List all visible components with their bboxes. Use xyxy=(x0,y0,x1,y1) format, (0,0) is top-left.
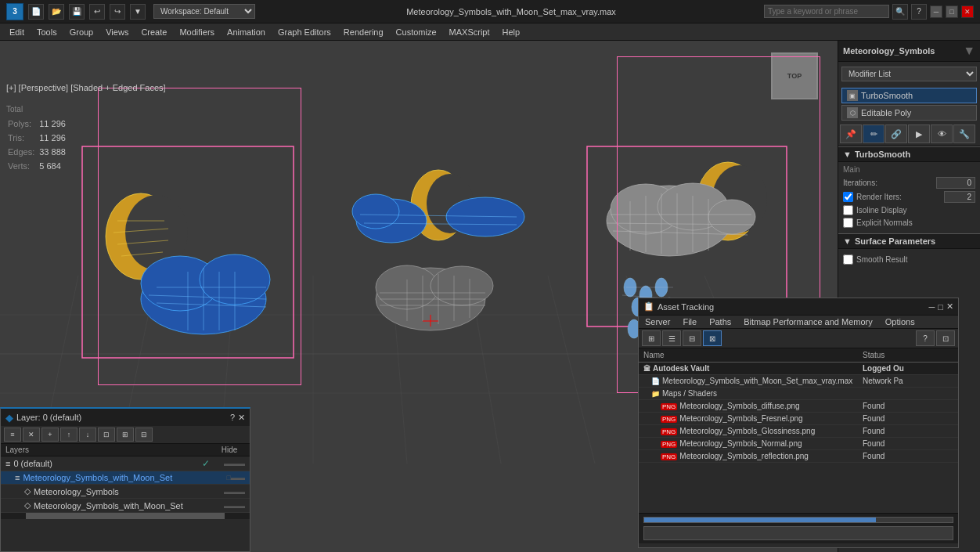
pin-icon[interactable]: 📌 xyxy=(840,124,862,143)
motion-icon[interactable]: ▶ xyxy=(908,124,930,143)
layer-scrollbar[interactable] xyxy=(1,513,250,519)
asset-menu-paths[interactable]: Paths xyxy=(703,316,737,328)
asset-path-input[interactable] xyxy=(643,526,953,540)
asset-row-max-file[interactable]: 📄Meteorology_Symbols_with_Moon_Set_max_v… xyxy=(639,375,958,388)
smooth-result-checkbox[interactable] xyxy=(843,254,853,265)
undo-btn[interactable]: ↩ xyxy=(89,4,105,20)
col-name[interactable]: Name xyxy=(639,348,858,363)
render-iters-checkbox[interactable] xyxy=(843,192,853,202)
asset-menu-server[interactable]: Server xyxy=(639,316,676,328)
layer-help-btn[interactable]: ? xyxy=(230,413,235,423)
save-file-btn[interactable]: 💾 xyxy=(69,4,85,20)
menu-edit[interactable]: Edit xyxy=(3,26,31,38)
asset-tool-list[interactable]: ☰ xyxy=(662,330,681,346)
render-iters-row: Render Iters: xyxy=(843,191,975,203)
asset-maximize-btn[interactable]: □ xyxy=(938,301,943,312)
layer-table-header: Layers Hide xyxy=(1,444,250,456)
menu-tools[interactable]: Tools xyxy=(31,26,63,38)
iterations-input[interactable] xyxy=(936,177,975,189)
asset-row-vault[interactable]: 🏛Autodesk Vault Logged Ou xyxy=(639,363,958,375)
asset-menu-file[interactable]: File xyxy=(676,316,703,328)
asset-menu-options[interactable]: Options xyxy=(879,316,921,328)
workspace-dropdown[interactable]: Workspace: Default xyxy=(153,4,255,19)
mod-turbosmooth-icon: ▣ xyxy=(847,90,858,101)
layer-tool-merge[interactable]: ⊟ xyxy=(135,428,153,442)
cube-face-top[interactable]: TOP xyxy=(771,52,818,99)
layer-toolbar: ≡ ✕ + ↑ ↓ ⊡ ⊞ ⊟ xyxy=(1,426,250,444)
open-file-btn[interactable]: 📂 xyxy=(49,4,64,20)
turbosmooth-section[interactable]: ▼ TurboSmooth xyxy=(838,146,980,162)
menu-maxscript[interactable]: MAXScript xyxy=(443,26,496,38)
render-iters-input[interactable] xyxy=(944,191,975,203)
col-status[interactable]: Status xyxy=(858,348,958,363)
asset-row-fresnel[interactable]: PNGMeteorology_Symbols_Fresnel.png Found xyxy=(639,413,958,425)
asset-row-diffuse[interactable]: PNGMeteorology_Symbols_diffuse.png Found xyxy=(639,400,958,413)
asset-menu-bitmap-perf[interactable]: Bitmap Performance and Memory xyxy=(737,316,878,328)
layer-panel-controls: ? ✕ xyxy=(230,413,245,423)
layer-tool-select[interactable]: ⊡ xyxy=(98,428,115,442)
menubar: Edit Tools Group Views Create Modifiers … xyxy=(0,23,980,41)
layer-tool-move-down[interactable]: ↓ xyxy=(79,428,96,442)
asset-minimize-btn[interactable]: ─ xyxy=(929,301,935,312)
asset-table: Name Status 🏛Autodesk Vault Logged Ou 📄M… xyxy=(639,348,958,463)
menu-create[interactable]: Create xyxy=(135,26,173,38)
maximize-btn[interactable]: □ xyxy=(946,5,958,18)
close-btn[interactable]: ✕ xyxy=(961,5,974,18)
layer-tool-highlight[interactable]: ⊞ xyxy=(117,428,134,442)
layer-row-meteorology-symbols[interactable]: ◇ Meteorology_Symbols ▬▬▬ xyxy=(1,485,250,499)
new-file-btn[interactable]: 📄 xyxy=(28,4,44,20)
modify-icon[interactable]: ✏ xyxy=(863,124,885,143)
asset-tool-help[interactable]: ? xyxy=(916,330,935,346)
asset-tool-grid-sm[interactable]: ⊞ xyxy=(642,330,661,346)
surface-params-section[interactable]: ▼ Surface Parameters xyxy=(838,233,980,249)
display-icon[interactable]: 👁 xyxy=(931,124,953,143)
turbosmooth-content: Main Iterations: Render Iters: Isoline D… xyxy=(838,162,980,233)
asset-row-glossiness[interactable]: PNGMeteorology_Symbols_Glossiness.png Fo… xyxy=(639,425,958,438)
titlebar: 3 📄 📂 💾 ↩ ↪ ▼ Workspace: Default Meteoro… xyxy=(0,0,980,23)
asset-tool-expand[interactable]: ⊡ xyxy=(936,330,955,346)
hierarchy-icon[interactable]: 🔗 xyxy=(885,124,907,143)
search-btn[interactable]: 🔍 xyxy=(892,4,908,20)
asset-close-btn[interactable]: ✕ xyxy=(946,301,953,312)
navigation-cube[interactable]: TOP xyxy=(767,49,822,103)
minimize-btn[interactable]: ─ xyxy=(930,5,942,18)
modifier-editable-poly[interactable]: ⬡ Editable Poly xyxy=(841,105,977,121)
isoline-checkbox[interactable] xyxy=(843,205,853,215)
search-input[interactable] xyxy=(764,5,889,18)
asset-tool-grid-lg[interactable]: ⊟ xyxy=(683,330,701,346)
layer-panel-title: ◆ Layer: 0 (default) xyxy=(5,412,81,424)
modifier-list-area: Modifier List xyxy=(838,62,980,86)
menu-group[interactable]: Group xyxy=(63,26,100,38)
asset-panel-titlebar: 📋 Asset Tracking ─ □ ✕ xyxy=(639,298,958,316)
layer-tool-move-up[interactable]: ↑ xyxy=(60,428,77,442)
menu-help[interactable]: Help xyxy=(496,26,527,38)
help-btn[interactable]: ? xyxy=(911,4,927,20)
layer-tool-1[interactable]: ≡ xyxy=(4,428,21,442)
layer-row-default[interactable]: ≡ 0 (default) ✓ ▬▬▬ xyxy=(1,456,250,471)
more-tools-btn[interactable]: ▼ xyxy=(130,4,146,20)
layer-row-meteorology-set[interactable]: ≡ Meteorology_Symbols_with_Moon_Set □▬▬ xyxy=(1,471,250,485)
modifier-list-dropdown[interactable]: Modifier List xyxy=(841,67,977,81)
menu-graph-editors[interactable]: Graph Editors xyxy=(272,26,337,38)
layer-row-meteorology-moon-set[interactable]: ◇ Meteorology_Symbols_with_Moon_Set ▬▬▬ xyxy=(1,499,250,513)
asset-table-container[interactable]: Name Status 🏛Autodesk Vault Logged Ou 📄M… xyxy=(639,348,958,513)
menu-customize[interactable]: Customize xyxy=(390,26,443,38)
layer-close-btn[interactable]: ✕ xyxy=(238,413,245,423)
menu-animation[interactable]: Animation xyxy=(221,26,272,38)
layer-scrollbar-handle[interactable] xyxy=(26,513,225,519)
asset-bottom-bar xyxy=(639,513,958,543)
mod-editablepoly-icon: ⬡ xyxy=(847,107,858,118)
modifier-turbosmooth[interactable]: ▣ TurboSmooth xyxy=(841,88,977,103)
redo-btn[interactable]: ↪ xyxy=(110,4,125,20)
asset-row-reflection[interactable]: PNGMeteorology_Symbols_reflection.png Fo… xyxy=(639,450,958,463)
layer-tool-delete[interactable]: ✕ xyxy=(23,428,40,442)
menu-modifiers[interactable]: Modifiers xyxy=(173,26,221,38)
layer-tool-add[interactable]: + xyxy=(41,428,59,442)
utility-icon[interactable]: 🔧 xyxy=(953,124,975,143)
explicit-normals-checkbox[interactable] xyxy=(843,218,853,228)
asset-row-maps-folder[interactable]: 📁Maps / Shaders xyxy=(639,388,958,400)
menu-rendering[interactable]: Rendering xyxy=(337,26,390,38)
asset-row-normal[interactable]: PNGMeteorology_Symbols_Normal.png Found xyxy=(639,438,958,450)
menu-views[interactable]: Views xyxy=(99,26,135,38)
asset-tool-table[interactable]: ⊠ xyxy=(703,330,722,346)
